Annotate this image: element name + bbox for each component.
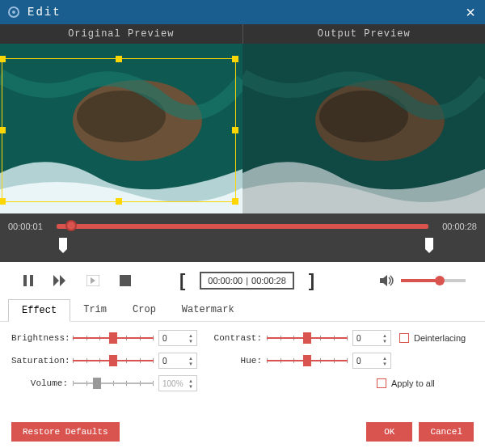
saturation-spinner[interactable]: 0▲▼ — [158, 353, 197, 369]
hue-slider[interactable] — [267, 355, 348, 366]
fast-forward-button[interactable] — [52, 272, 70, 290]
contrast-spinner[interactable]: 0▲▼ — [352, 330, 391, 346]
tab-crop[interactable]: Crop — [120, 299, 169, 321]
contrast-slider[interactable] — [267, 332, 348, 344]
tab-effect[interactable]: Effect — [8, 299, 70, 322]
hue-label: Hue: — [205, 356, 262, 366]
apply-all-label: Apply to all — [391, 378, 435, 388]
titlebar: Edit × — [0, 0, 485, 24]
ok-button[interactable]: OK — [366, 422, 412, 442]
output-preview — [242, 44, 485, 213]
timeline: 00:00:01 00:00:28 — [0, 213, 485, 262]
trim-end-marker[interactable] — [425, 238, 433, 249]
saturation-slider[interactable] — [73, 355, 154, 366]
app-icon — [6, 5, 21, 19]
step-button[interactable] — [84, 272, 102, 290]
playback-controls: [ 00:00:00 | 00:00:28 ] — [0, 262, 485, 299]
svg-point-1 — [12, 11, 15, 14]
svg-rect-11 — [120, 275, 131, 286]
brightness-spinner[interactable]: 0▲▼ — [158, 330, 197, 346]
footer: Restore Defaults OK Cancel — [0, 416, 485, 448]
trim-start-marker[interactable] — [59, 238, 67, 249]
brightness-slider[interactable] — [73, 332, 154, 344]
deinterlacing-checkbox[interactable] — [399, 333, 409, 343]
volume-thumb[interactable] — [435, 276, 445, 285]
effect-panel: Brightness: 0▲▼ Contrast: 0▲▼ Deinterlac… — [0, 322, 485, 406]
saturation-label: Saturation: — [11, 356, 68, 366]
preview-area — [0, 44, 485, 213]
cancel-button[interactable]: Cancel — [419, 422, 474, 442]
range-times: 00:00:00 | 00:00:28 — [200, 272, 294, 290]
original-preview[interactable] — [0, 44, 242, 213]
volume-icon[interactable] — [378, 272, 396, 290]
output-preview-label: Output Preview — [243, 24, 486, 44]
stop-button[interactable] — [116, 272, 134, 290]
range-start-bracket-icon[interactable]: [ — [179, 270, 185, 291]
volume-slider[interactable] — [401, 279, 466, 282]
hue-spinner[interactable]: 0▲▼ — [352, 353, 391, 369]
close-icon[interactable]: × — [462, 3, 479, 22]
preview-labels: Original Preview Output Preview — [0, 24, 485, 44]
timeline-current-time: 00:00:01 — [8, 222, 52, 231]
range-end-time: 00:00:28 — [251, 276, 286, 285]
tabs: Effect Trim Crop Watermark — [0, 299, 485, 322]
restore-defaults-button[interactable]: Restore Defaults — [11, 422, 120, 442]
effect-volume-slider[interactable] — [73, 378, 154, 389]
timeline-bar[interactable] — [57, 224, 428, 229]
tab-watermark[interactable]: Watermark — [169, 299, 247, 321]
apply-all-checkbox[interactable] — [377, 378, 386, 388]
effect-volume-spinner: 100%▲▼ — [158, 375, 197, 391]
svg-rect-8 — [23, 275, 27, 286]
range-end-bracket-icon[interactable]: ] — [309, 270, 314, 291]
tab-trim[interactable]: Trim — [70, 299, 120, 321]
deinterlacing-label: Deinterlacing — [414, 333, 466, 343]
contrast-label: Contrast: — [205, 333, 262, 343]
brightness-label: Brightness: — [11, 333, 68, 343]
range-start-time: 00:00:00 — [208, 276, 242, 285]
original-preview-label: Original Preview — [0, 24, 243, 44]
volume-label: Volume: — [11, 378, 68, 388]
svg-rect-9 — [30, 275, 33, 286]
timeline-playhead[interactable] — [65, 220, 77, 231]
pause-button[interactable] — [19, 272, 37, 290]
window-title: Edit — [27, 6, 61, 19]
timeline-end-time: 00:00:28 — [433, 222, 477, 231]
